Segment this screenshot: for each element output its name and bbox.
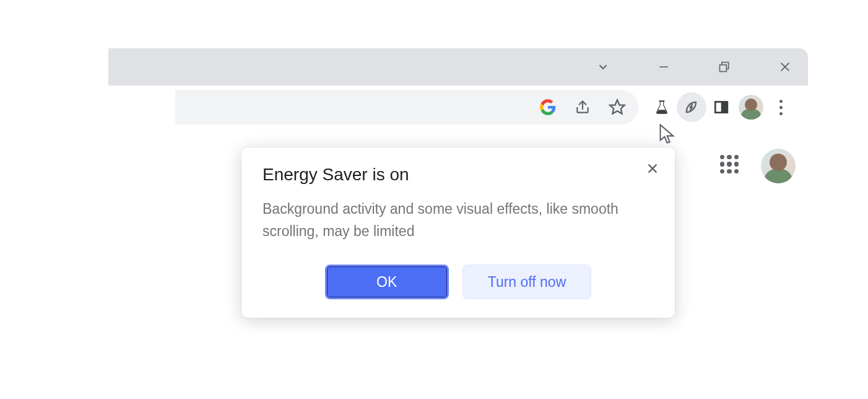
main-menu-button[interactable] — [766, 92, 796, 122]
google-logo-icon[interactable] — [539, 99, 557, 116]
apps-grid-icon[interactable] — [720, 155, 739, 173]
maximize-button[interactable] — [706, 55, 742, 79]
energy-saver-button[interactable] — [677, 92, 706, 122]
profile-avatar-button[interactable] — [736, 92, 766, 122]
account-avatar[interactable] — [761, 149, 796, 183]
window-title-bar — [108, 48, 808, 86]
bookmark-star-icon[interactable] — [609, 99, 626, 116]
svg-rect-7 — [722, 102, 727, 112]
profile-avatar — [739, 95, 763, 120]
ok-button[interactable]: OK — [325, 265, 449, 299]
popup-body-text: Background activity and some visual effe… — [263, 198, 654, 242]
kebab-menu-icon — [771, 100, 790, 115]
turn-off-now-button[interactable]: Turn off now — [462, 265, 592, 299]
minimize-button[interactable] — [646, 55, 682, 79]
share-icon[interactable] — [574, 99, 591, 116]
svg-marker-5 — [610, 100, 624, 113]
popup-title: Energy Saver is on — [263, 165, 654, 185]
chevron-down-icon[interactable] — [585, 55, 621, 79]
side-panel-icon[interactable] — [706, 92, 736, 122]
popup-action-row: OK Turn off now — [263, 265, 654, 299]
energy-saver-popup: Energy Saver is on Background activity a… — [241, 147, 675, 318]
omnibox[interactable] — [175, 90, 638, 125]
browser-toolbar — [108, 86, 808, 129]
close-window-button[interactable] — [767, 55, 803, 79]
labs-flask-icon[interactable] — [647, 92, 677, 122]
svg-rect-2 — [720, 65, 727, 72]
popup-close-button[interactable] — [644, 160, 661, 177]
browser-window: Energy Saver is on Background activity a… — [108, 48, 808, 358]
